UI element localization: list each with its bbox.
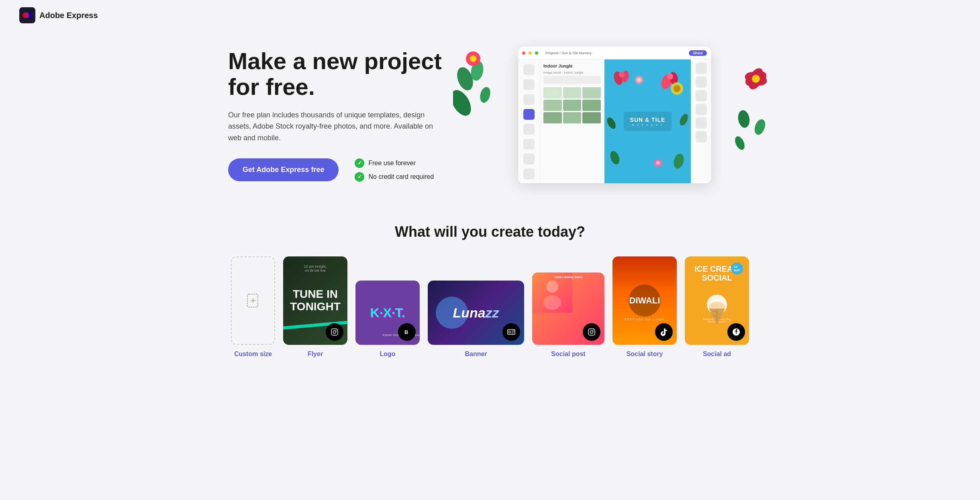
app-preview: Projects / Sun & Tile Nursery Share xyxy=(518,47,711,183)
right-panel-item-4[interactable] xyxy=(696,104,707,115)
create-item-social-story[interactable]: DIWALI FESTIVAL OF LIGHT Social story xyxy=(612,256,677,358)
app-sidebar-right xyxy=(691,59,711,183)
svg-rect-48 xyxy=(588,329,595,335)
social-post-card[interactable]: Carla's Beauty Salon xyxy=(532,273,604,345)
right-panel-item-6[interactable] xyxy=(696,131,707,142)
ad-badge: 11SAT xyxy=(731,262,743,275)
social-ad-label: Social ad xyxy=(703,350,731,358)
sidebar-icons[interactable] xyxy=(523,109,535,120)
logo-platform-badge: B xyxy=(398,323,416,341)
flyer-card[interactable]: 10 pm tonight,on tik tok live TUNE INTON… xyxy=(283,256,347,345)
svg-point-8 xyxy=(478,86,492,104)
create-item-flyer[interactable]: 10 pm tonight,on tik tok live TUNE INTON… xyxy=(283,256,347,358)
sidebar-logos[interactable] xyxy=(523,154,535,164)
social-post-label: Social post xyxy=(551,350,585,358)
check-label-free: Free use forever xyxy=(368,160,415,167)
flyer-small-text: 10 pm tonight,on tik tok live xyxy=(304,264,327,273)
adobe-express-logo-icon xyxy=(19,7,35,23)
create-item-social-post[interactable]: Carla's Beauty Salon Social post xyxy=(532,273,604,358)
grid-item-2[interactable] xyxy=(563,87,582,98)
logo-card-content: K·X·T. Kieran Xavier Tanner Music xyxy=(370,305,405,320)
custom-size-card[interactable] xyxy=(231,256,275,345)
social-story-label: Social story xyxy=(627,350,663,358)
svg-point-18 xyxy=(619,72,625,78)
check-icon-nocredit xyxy=(355,172,364,182)
flyer-label: Flyer xyxy=(308,350,323,358)
floral-decoration-right xyxy=(724,47,772,159)
sidebar-backgrounds[interactable] xyxy=(523,139,535,150)
story-sub: FESTIVAL OF LIGHT xyxy=(625,318,665,321)
social-ad-card[interactable]: ICE CREAMSOCIAL 11SAT Neighbourhood Scoo… xyxy=(685,256,749,345)
logo-card-text: K·X·T. xyxy=(370,305,405,320)
app-breadcrumb: Projects / Sun & Tile Nursery xyxy=(545,51,592,55)
svg-point-47 xyxy=(543,295,561,310)
social-post-platform-badge xyxy=(583,323,600,341)
create-item-banner[interactable]: Lunazz Banner xyxy=(428,281,524,358)
svg-point-7 xyxy=(470,55,476,62)
create-item-social-ad[interactable]: ICE CREAMSOCIAL 11SAT Neighbourhood Scoo… xyxy=(685,256,749,358)
svg-point-4 xyxy=(470,60,485,82)
svg-point-14 xyxy=(753,118,767,136)
svg-point-41 xyxy=(509,331,511,333)
create-item-custom-size[interactable]: Custom size xyxy=(231,256,275,358)
app-body: Indoor Jungle Image result › Indoor Jung… xyxy=(518,59,711,183)
window-btn-close xyxy=(522,51,525,55)
right-panel-item-1[interactable] xyxy=(696,63,707,74)
sidebar-text[interactable] xyxy=(523,79,535,90)
banner-card[interactable]: Lunazz xyxy=(428,281,524,345)
create-section-title: What will you create today? xyxy=(19,223,961,240)
get-adobe-express-button[interactable]: Get Adobe Express free xyxy=(228,158,339,181)
svg-point-23 xyxy=(672,153,685,170)
story-text: DIWALI xyxy=(629,296,660,305)
svg-point-31 xyxy=(656,161,660,165)
share-button[interactable]: Share xyxy=(689,50,707,56)
create-item-logo[interactable]: K·X·T. Kieran Xavier Tanner Music B Logo xyxy=(355,281,420,358)
app-panel: Indoor Jungle Image result › Indoor Jung… xyxy=(540,59,604,183)
canvas-design-content: SUN & TILE N U R S E R Y xyxy=(624,112,672,131)
grid-item-3[interactable] xyxy=(582,87,601,98)
svg-point-21 xyxy=(667,73,673,79)
svg-point-9 xyxy=(745,66,767,92)
feature-checks: Free use forever No credit card required xyxy=(355,158,434,182)
check-label-nocredit: No credit card required xyxy=(368,173,434,180)
grid-item-5[interactable] xyxy=(563,100,582,111)
right-panel-item-3[interactable] xyxy=(696,90,707,101)
svg-point-29 xyxy=(637,78,641,82)
svg-point-22 xyxy=(608,150,621,166)
banner-text: Lunazz xyxy=(453,305,499,321)
panel-title: Indoor Jungle xyxy=(543,64,601,68)
canvas-title: SUN & TILE xyxy=(630,117,666,123)
hero-right: Projects / Sun & Tile Nursery Share xyxy=(477,39,752,191)
grid-item-7[interactable] xyxy=(543,112,562,123)
social-story-card[interactable]: DIWALI FESTIVAL OF LIGHT xyxy=(612,256,677,345)
sidebar-libraries[interactable] xyxy=(523,168,535,179)
custom-size-icon xyxy=(245,293,261,309)
logo-area[interactable]: Adobe Express xyxy=(19,7,98,23)
app-canvas: SUN & TILE N U R S E R Y xyxy=(604,59,691,183)
right-panel-item-2[interactable] xyxy=(696,76,707,88)
svg-text:B: B xyxy=(404,329,408,335)
create-section: What will you create today? Custom size … xyxy=(0,215,980,386)
svg-point-49 xyxy=(590,331,593,334)
window-btn-min xyxy=(529,51,532,55)
header: Adobe Express xyxy=(0,0,980,31)
grid-item-4[interactable] xyxy=(543,100,562,111)
app-sidebar-left xyxy=(518,59,540,183)
svg-point-50 xyxy=(593,330,594,331)
right-panel-item-5[interactable] xyxy=(696,117,707,129)
sidebar-photos[interactable] xyxy=(523,94,535,105)
hero-description: Our free plan includes thousands of uniq… xyxy=(228,109,437,144)
logo-label: Logo xyxy=(380,350,395,358)
sidebar-design-assets[interactable] xyxy=(523,124,535,135)
grid-item-1[interactable] xyxy=(543,87,562,98)
check-item-nocredit: No credit card required xyxy=(355,172,434,182)
grid-item-8[interactable] xyxy=(563,112,582,123)
sidebar-templates[interactable] xyxy=(523,64,535,75)
panel-search[interactable] xyxy=(543,76,601,84)
grid-item-6[interactable] xyxy=(582,100,601,111)
logo-card[interactable]: K·X·T. Kieran Xavier Tanner Music B xyxy=(355,281,420,345)
check-item-free: Free use forever xyxy=(355,158,434,168)
window-btn-max xyxy=(535,51,538,55)
grid-item-9[interactable] xyxy=(582,112,601,123)
svg-point-25 xyxy=(678,113,690,127)
